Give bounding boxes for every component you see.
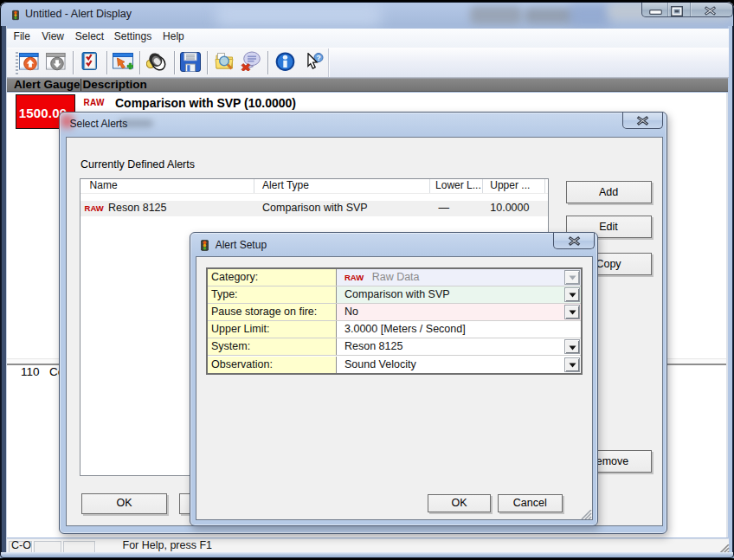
- svg-text:?: ?: [316, 53, 320, 61]
